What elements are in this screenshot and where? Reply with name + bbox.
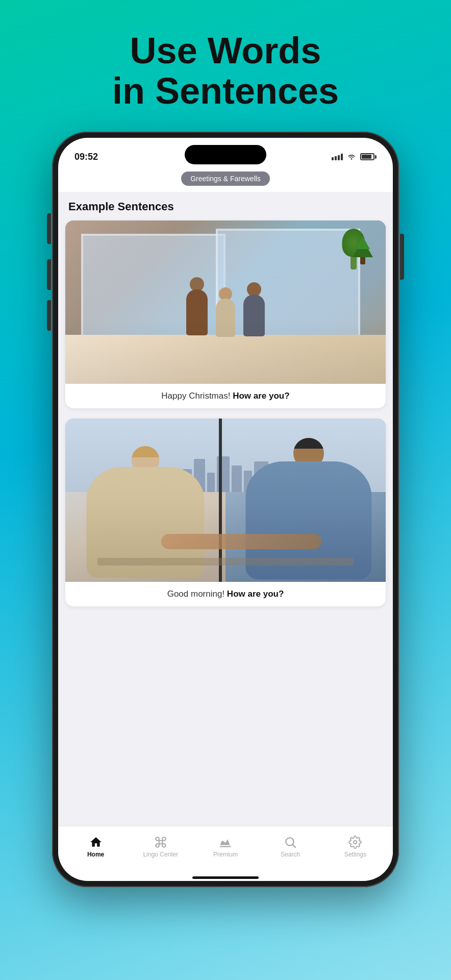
signal-icon: [332, 154, 343, 160]
gear-icon: [348, 836, 362, 849]
svg-point-3: [354, 841, 357, 844]
nav-item-premium[interactable]: Premium: [208, 836, 243, 858]
command-icon: [154, 836, 167, 849]
nav-item-search[interactable]: Search: [272, 836, 308, 858]
nav-label-lingo: Lingo Center: [143, 851, 178, 858]
phone-device: 09:52: [52, 132, 399, 887]
nav-label-home: Home: [87, 851, 104, 858]
nav-label-search: Search: [281, 851, 300, 858]
svg-point-1: [286, 838, 293, 845]
status-icons: [332, 153, 377, 160]
battery-icon: [360, 153, 377, 160]
nav-item-home[interactable]: Home: [78, 836, 114, 858]
crown-icon: [219, 836, 232, 849]
category-pill[interactable]: Greetings & Farewells: [181, 172, 270, 186]
house-icon: [89, 836, 103, 849]
nav-label-premium: Premium: [213, 851, 238, 858]
page-title: Use Words in Sentences: [71, 31, 380, 111]
nav-item-lingo[interactable]: Lingo Center: [143, 836, 179, 858]
nav-item-settings[interactable]: Settings: [337, 836, 373, 858]
dynamic-island: [185, 145, 266, 164]
svg-line-2: [293, 845, 296, 848]
bottom-navigation: Home Lingo Center Premium: [58, 826, 393, 877]
wifi-icon: [347, 153, 356, 160]
phone-shell: 09:52: [52, 132, 399, 887]
svg-point-0: [351, 159, 353, 160]
nav-label-settings: Settings: [344, 851, 366, 858]
screen-content[interactable]: Example Sentences: [58, 192, 393, 826]
status-time: 09:52: [74, 152, 98, 162]
phone-screen: 09:52: [58, 138, 393, 881]
section-header: Example Sentences: [58, 200, 393, 220]
sentence-card-christmas[interactable]: Happy Christmas! How are you?: [65, 220, 386, 408]
card-caption-christmas: Happy Christmas! How are you?: [65, 384, 386, 408]
sentence-card-handshake[interactable]: Good morning! How are you?: [65, 419, 386, 606]
home-indicator: [58, 877, 393, 881]
category-pill-container: Greetings & Farewells: [58, 166, 393, 192]
card-image-handshake: [65, 419, 386, 582]
card-image-christmas: [65, 220, 386, 384]
search-icon: [284, 836, 297, 849]
card-caption-handshake: Good morning! How are you?: [65, 582, 386, 606]
status-bar: 09:52: [58, 138, 393, 166]
